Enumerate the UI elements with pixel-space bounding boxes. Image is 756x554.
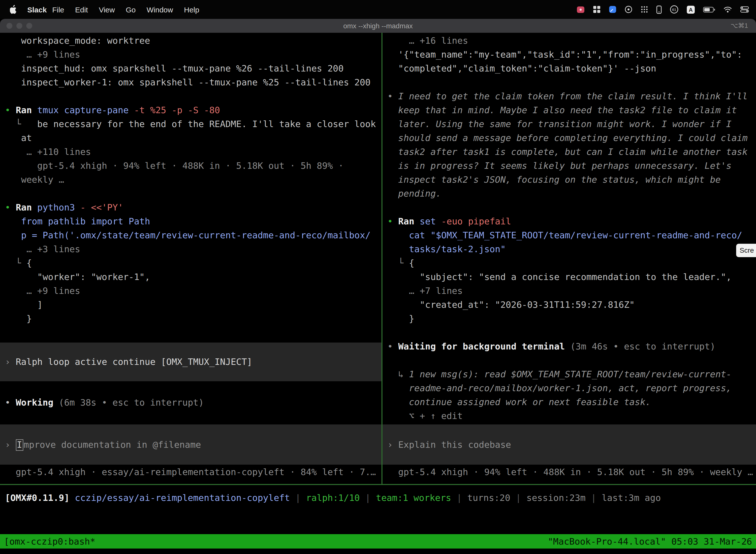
close-button[interactable]: [6, 23, 12, 29]
model-status-right: gpt-5.4 xhigh · 94% left · 488K in · 5.1…: [382, 465, 756, 479]
working-status-line: • Working (6m 38s • esc to interrupt): [0, 396, 381, 409]
control-center-icon[interactable]: [740, 6, 749, 13]
raycast-icon[interactable]: [609, 5, 617, 13]
menu-bar: Slack File Edit View Go Window Help 61 A: [0, 0, 756, 19]
circle-app-icon[interactable]: [625, 5, 632, 13]
menu-go[interactable]: Go: [120, 5, 141, 14]
screen: Slack File Edit View Go Window Help 61 A…: [0, 0, 756, 554]
task-json-block: • Ran set -euo pipefail cat "$OMX_TEAM_S…: [382, 214, 756, 326]
mailbox-message-block: ↳ 1 new msg(s): read $OMX_TEAM_STATE_ROO…: [382, 367, 756, 423]
battery-gauge-61-icon[interactable]: 61: [670, 5, 679, 14]
terminal-window: omx --xhigh --madmax ⌥⌘1 workspace_mode:…: [0, 19, 756, 554]
left-pane: workspace_mode: worktree … +9 lines insp…: [0, 33, 381, 484]
window-title: omx --xhigh --madmax: [0, 19, 756, 33]
minimize-button[interactable]: [16, 23, 22, 29]
menu-help[interactable]: Help: [179, 5, 205, 14]
apple-icon: [10, 5, 17, 14]
screen-share-popup[interactable]: Scre: [736, 244, 756, 257]
model-status-left: gpt-5.4 xhigh · essay/ai-reimplementatio…: [0, 465, 381, 479]
left-config-block: workspace_mode: worktree … +9 lines insp…: [0, 34, 381, 89]
input-source-icon[interactable]: A: [687, 5, 695, 14]
ralph-loop-line: › Ralph loop active continue [OMX_TMUX_I…: [0, 355, 381, 369]
tmux-host-time: "MacBook-Pro-44.local" 05:03 31-Mar-26: [548, 534, 752, 549]
apple-menu[interactable]: [10, 5, 17, 14]
window-titlebar[interactable]: omx --xhigh --madmax ⌥⌘1: [0, 19, 756, 33]
grid-icon[interactable]: [593, 5, 601, 13]
menu-view[interactable]: View: [93, 5, 120, 14]
prompt-input-left-text: › Improve documentation in @filename: [0, 438, 381, 451]
prompt-input-left[interactable]: › Improve documentation in @filename: [0, 425, 381, 465]
prompt-input-right-text: › Explain this codebase: [382, 438, 756, 451]
right-pane: … +16 lines '{"team_name":"my-team","tas…: [382, 33, 756, 484]
tmux-status-bar: [omx-cczip0:bash* "MacBook-Pro-44.local"…: [0, 534, 756, 549]
terminal-content: workspace_mode: worktree … +9 lines insp…: [0, 33, 756, 484]
menu-status-icons: 61 A: [576, 5, 749, 14]
battery-icon[interactable]: [703, 6, 715, 13]
app-menu-slack[interactable]: Slack: [27, 5, 47, 14]
wifi-icon[interactable]: [723, 6, 732, 13]
ralph-loop-banner: › Ralph loop active continue [OMX_TMUX_I…: [0, 342, 381, 381]
menu-edit[interactable]: Edit: [70, 5, 93, 14]
omx-status-bar: [OMX#0.11.9] cczip/essay/ai-reimplementa…: [0, 491, 756, 505]
screen-recording-indicator-icon[interactable]: [576, 6, 585, 13]
phone-icon[interactable]: [656, 5, 662, 14]
dots-grid-icon[interactable]: [640, 5, 648, 13]
tmux-session-label: [omx-cczip0:bash*: [4, 534, 95, 549]
prompt-input-right[interactable]: › Explain this codebase: [382, 425, 756, 465]
left-python-block: • Ran python3 - <<'PY' from pathlib impo…: [0, 201, 381, 326]
input-source-label: A: [689, 6, 693, 13]
battery-pct-label: 61: [672, 7, 676, 12]
pane-bottom-border: [0, 484, 756, 485]
window-shortcut-hint: ⌥⌘1: [731, 19, 748, 33]
menu-window[interactable]: Window: [141, 5, 179, 14]
thinking-block: • I need to get the claim token from the…: [382, 89, 756, 201]
right-output-block: … +16 lines '{"team_name":"my-team","tas…: [382, 34, 756, 75]
menu-file[interactable]: File: [47, 5, 69, 14]
waiting-status-line: • Waiting for background terminal (3m 46…: [382, 340, 756, 353]
zoom-button[interactable]: [26, 23, 32, 29]
left-tmux-capture-block: • Ran tmux capture-pane -t %25 -p -S -80…: [0, 103, 381, 187]
